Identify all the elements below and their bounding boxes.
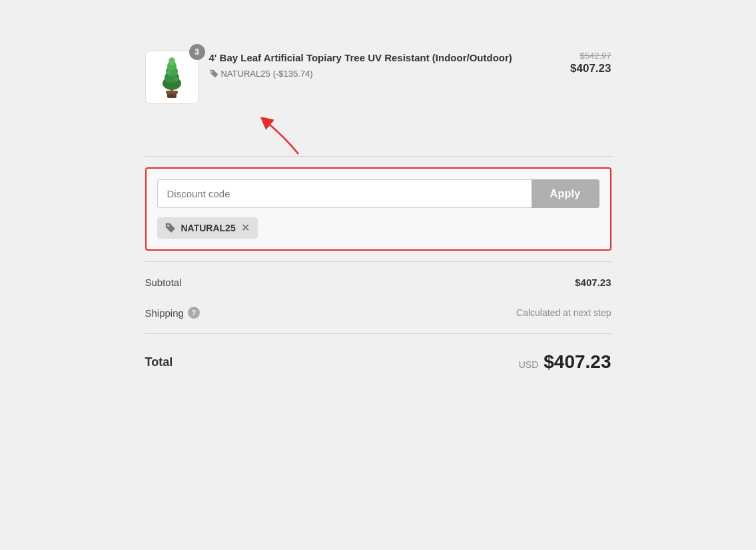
svg-point-10: [167, 71, 171, 75]
original-price: $542.97: [570, 51, 611, 61]
divider-middle: [145, 261, 611, 262]
subtotal-row: Subtotal $407.23: [145, 267, 611, 297]
total-row: Total USD $407.23: [145, 339, 611, 385]
product-info: 4' Bay Leaf Artificial Topiary Tree UV R…: [209, 51, 560, 81]
discount-code-input[interactable]: [157, 179, 532, 208]
divider-bottom: [145, 333, 611, 334]
apply-button[interactable]: Apply: [532, 179, 599, 208]
product-discount-tag: NATURAL25 (-$135.74): [209, 69, 313, 79]
arrow-svg: [252, 117, 305, 157]
arrow-annotation: [145, 117, 611, 157]
svg-point-7: [169, 57, 175, 65]
product-image-box: [145, 51, 198, 104]
quantity-badge: 3: [189, 44, 205, 60]
discounted-price: $407.23: [570, 62, 611, 75]
total-amount: $407.23: [544, 351, 611, 373]
svg-point-8: [165, 79, 171, 83]
shipping-value: Calculated at next step: [516, 307, 611, 318]
total-label: Total: [145, 355, 173, 369]
applied-code-tag: NATURAL25 ✕: [157, 217, 258, 239]
total-right: USD $407.23: [519, 351, 611, 373]
product-discount-amount: (-$135.74): [273, 69, 313, 79]
product-pricing: $542.97 $407.23: [570, 51, 611, 75]
shipping-help-icon[interactable]: ?: [188, 307, 200, 319]
order-summary: 3 4' Bay Leaf Artificial Topiary Tree UV…: [145, 27, 611, 398]
svg-point-12: [167, 225, 169, 226]
subtotal-label: Subtotal: [145, 277, 182, 288]
discount-input-row: Apply: [157, 179, 599, 208]
remove-code-button[interactable]: ✕: [241, 223, 250, 233]
total-currency: USD: [519, 359, 539, 370]
shipping-row: Shipping ? Calculated at next step: [145, 297, 611, 328]
product-tag-icon: [209, 69, 218, 79]
product-image-svg: [153, 54, 190, 101]
shipping-label: Shipping ?: [145, 307, 200, 319]
code-tag-icon: [165, 223, 176, 233]
product-image-wrapper: 3: [145, 51, 198, 104]
product-discount-code: NATURAL25: [221, 69, 270, 79]
applied-code-label: NATURAL25: [181, 223, 236, 233]
product-name: 4' Bay Leaf Artificial Topiary Tree UV R…: [209, 51, 560, 65]
discount-section: Apply NATURAL25 ✕: [145, 167, 611, 251]
svg-point-11: [211, 71, 212, 73]
svg-point-9: [174, 78, 178, 81]
subtotal-value: $407.23: [575, 277, 611, 288]
product-row: 3 4' Bay Leaf Artificial Topiary Tree UV…: [145, 40, 611, 117]
